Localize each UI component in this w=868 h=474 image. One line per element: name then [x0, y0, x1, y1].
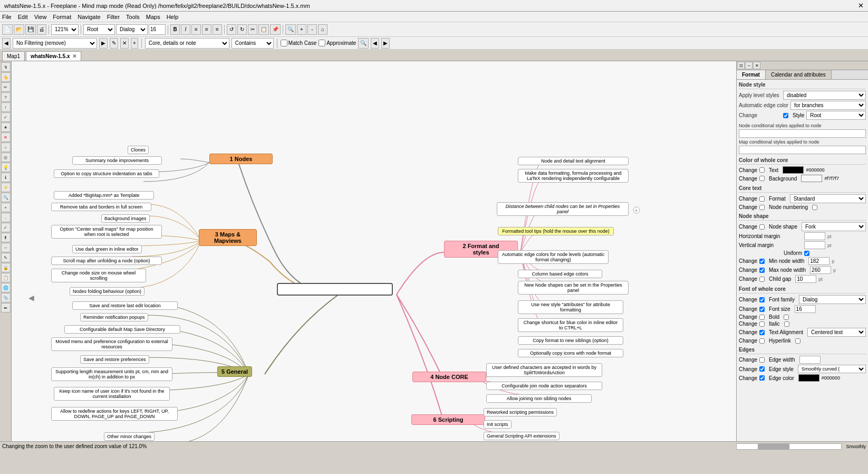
menu-help[interactable]: Help: [167, 14, 179, 20]
change-shortcut-node[interactable]: Change shortcut for blue color in inline…: [518, 318, 623, 332]
approximate-checkbox[interactable]: [319, 40, 325, 46]
apply-level-select[interactable]: disabled: [783, 91, 866, 100]
copy-icons-node[interactable]: Optionally copy icons with node format: [518, 349, 623, 357]
style-change-checkbox[interactable]: [783, 113, 788, 118]
print-button[interactable]: 🖨: [37, 24, 46, 35]
save-button[interactable]: 💾: [25, 24, 36, 35]
moved-menu-node[interactable]: Moved menu and preference configuration …: [51, 337, 172, 351]
filter-edit-button[interactable]: ✎: [110, 38, 118, 49]
approximate-check[interactable]: Approximate: [319, 40, 356, 46]
sidebar-icon-25[interactable]: ⬅: [1, 303, 11, 312]
filter-next-button[interactable]: ▶: [99, 38, 108, 49]
save-last-edit-node[interactable]: Save and restore last edit location: [72, 301, 178, 310]
bg-images-node[interactable]: Background images: [101, 214, 150, 223]
paste-button[interactable]: 📌: [270, 24, 281, 35]
menu-tools[interactable]: Tools: [126, 14, 140, 20]
sidebar-icon-24[interactable]: 📎: [1, 293, 11, 302]
config-default-node[interactable]: Configurable default Map Save Directory: [64, 325, 180, 334]
option-center-node[interactable]: Option "Center small maps" for map posit…: [51, 225, 162, 239]
menu-edit[interactable]: Edit: [18, 14, 28, 20]
rp-icon-3[interactable]: ✕: [753, 62, 760, 69]
status-scrollbar[interactable]: [736, 443, 842, 450]
align-left-button[interactable]: ≡: [191, 24, 201, 35]
menu-view[interactable]: View: [34, 14, 47, 20]
config-join-node[interactable]: Configurable join node action separators: [486, 382, 602, 390]
uniform-checkbox[interactable]: [804, 251, 809, 256]
sidebar-icon-21[interactable]: 🔒: [1, 263, 11, 272]
search-button[interactable]: 🔍: [358, 38, 369, 49]
tab-close-icon[interactable]: ✕: [72, 53, 76, 59]
sidebar-icon-12[interactable]: ℹ: [1, 173, 11, 182]
open-button[interactable]: 📂: [14, 24, 24, 35]
match-case-checkbox[interactable]: [281, 40, 287, 46]
ta-select[interactable]: Centered text: [807, 328, 866, 337]
copy-structure-node[interactable]: Option to copy structure indentation as …: [54, 169, 159, 178]
sidebar-icon-14[interactable]: 🔍: [1, 193, 11, 202]
search-prev-button[interactable]: ◀: [371, 38, 379, 49]
hl-value-checkbox[interactable]: [795, 338, 801, 344]
copy-button[interactable]: 📋: [258, 24, 269, 35]
tb-btn-extra2[interactable]: +: [297, 24, 306, 35]
user-chars-node[interactable]: User defined characters are accepted in …: [486, 363, 602, 377]
sidebar-icon-13[interactable]: ⚡: [1, 183, 11, 192]
sidebar-icon-6[interactable]: ✓: [1, 112, 11, 122]
rpanel-tab-calendar[interactable]: Calendar and attributes: [766, 70, 832, 79]
sidebar-icon-1[interactable]: 🖱: [1, 62, 11, 72]
sidebar-icon-22[interactable]: 📋: [1, 273, 11, 282]
sidebar-icon-19[interactable]: ↔: [1, 243, 11, 252]
reworked-node[interactable]: Reworked scripting permissions: [484, 408, 557, 416]
menu-navigate[interactable]: Navigate: [78, 14, 100, 20]
v-margin-input[interactable]: [804, 241, 825, 249]
menu-filter[interactable]: Filter: [107, 14, 120, 20]
bigmap-node[interactable]: Added *BigMap.mm* as Template: [54, 191, 154, 200]
font-select[interactable]: Dialog: [116, 24, 148, 35]
menu-format[interactable]: Format: [53, 14, 71, 20]
bg-color-box[interactable]: [801, 175, 822, 182]
tb-btn-extra4[interactable]: ⌂: [318, 24, 327, 35]
text-color-checkbox[interactable]: [759, 167, 765, 173]
change-size-node[interactable]: Change node size on mouse wheel scrollin…: [51, 269, 146, 282]
make-data-node[interactable]: Make data formatting, formula processing…: [518, 169, 629, 183]
bg-color-checkbox[interactable]: [759, 176, 765, 181]
cat3-node[interactable]: 3 Maps & Mapviews: [199, 229, 257, 246]
init-scripts-node[interactable]: Init scripts: [484, 420, 512, 429]
sidebar-icon-2[interactable]: 👆: [1, 72, 11, 82]
collapse-left[interactable]: ◀: [28, 293, 34, 302]
map-cond-input[interactable]: [739, 146, 866, 154]
supporting-length-node[interactable]: Supporting length measurement units pt, …: [51, 367, 172, 381]
cut-button[interactable]: ✂: [248, 24, 257, 35]
save-restore-node[interactable]: Save and restore preferences: [80, 355, 149, 364]
copy-format-node[interactable]: Copy format to new siblings (option): [518, 336, 623, 345]
fs-input[interactable]: [795, 305, 816, 313]
es-select[interactable]: Smoothly curved (: [798, 365, 866, 373]
es-checkbox[interactable]: [759, 366, 765, 372]
sidebar-icon-17[interactable]: ✓: [1, 223, 11, 232]
ec-checkbox[interactable]: [759, 375, 765, 381]
sidebar-icon-15[interactable]: +: [1, 203, 11, 212]
format-select[interactable]: Standard: [790, 194, 866, 203]
allow-join-node[interactable]: Allow joining non sibling nodes: [486, 394, 592, 403]
distance-child-node[interactable]: Distance between child nodes can be set …: [497, 202, 629, 216]
sidebar-icon-7[interactable]: ★: [1, 122, 11, 132]
sidebar-icon-5[interactable]: !: [1, 102, 11, 112]
sidebar-icon-3[interactable]: ✏: [1, 82, 11, 92]
nn-checkbox[interactable]: [759, 205, 765, 210]
italic-button[interactable]: I: [181, 24, 190, 35]
ns-checkbox[interactable]: [759, 224, 765, 230]
keep-icon-node[interactable]: Keep icon name of user icon if it's not …: [54, 387, 170, 401]
cat5-node[interactable]: 5 General: [217, 366, 252, 377]
new-button[interactable]: 📄: [2, 24, 13, 35]
bold-button[interactable]: B: [170, 24, 180, 35]
map-canvas[interactable]: + 1 Nodes Clones Summary node improvemen…: [12, 61, 736, 441]
sidebar-icon-20[interactable]: ✎: [1, 253, 11, 262]
ew-checkbox[interactable]: [759, 357, 765, 363]
close-button[interactable]: ✕: [858, 2, 864, 10]
bold-value-checkbox[interactable]: [784, 315, 789, 320]
ta-checkbox[interactable]: [759, 330, 765, 335]
ec-color-box[interactable]: [798, 374, 819, 382]
style-select[interactable]: Root: [83, 24, 115, 35]
node-cond-input[interactable]: [739, 129, 866, 138]
scroll-map-node[interactable]: Scroll map after unfolding a node (optio…: [51, 257, 162, 265]
sidebar-icon-9[interactable]: ○: [1, 143, 11, 152]
tab-whatsnew[interactable]: whatsNew-1.5.x ✕: [26, 51, 81, 61]
